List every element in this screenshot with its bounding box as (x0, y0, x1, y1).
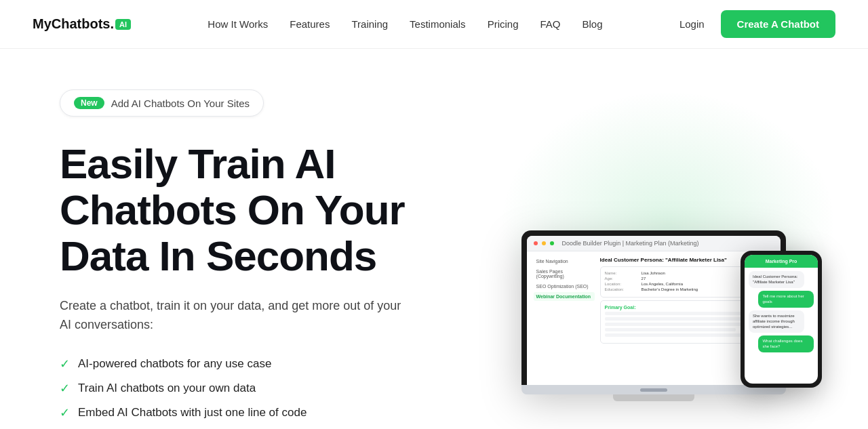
laptop-sidebar-item-1[interactable]: Site Navigation (534, 257, 595, 266)
feature-item-1: ✓ AI-powered chatbots for any use case (60, 356, 471, 371)
hero-subtitle: Create a chatbot, train it on your data,… (60, 296, 412, 335)
logo-badge: AI (115, 19, 131, 30)
nav-testimonials[interactable]: Testimonials (410, 18, 466, 30)
laptop-sidebar-item-2[interactable]: Sales Pages (Copywriting) (534, 267, 595, 281)
feature-item-2: ✓ Train AI chatbots on your own data (60, 381, 471, 396)
nav-how-it-works[interactable]: How It Works (208, 18, 268, 30)
laptop-sidebar-item-4[interactable]: Webinar Documentation (534, 292, 595, 301)
hero-title: Easily Train AI Chatbots On Your Data In… (60, 141, 471, 280)
phone-mockup: Marketing Pro Ideal Customer Persona: "A… (741, 251, 822, 388)
logo[interactable]: MyChatbots. AI (33, 16, 131, 32)
feature-text-2: Train AI chatbots on your own data (78, 382, 256, 395)
badge-new-label: New (74, 97, 104, 109)
laptop-header-text: Doodle Builder Plugin | Marketing Plan (… (562, 240, 699, 247)
chat-message-1: Ideal Customer Persona: "Affiliate Marke… (749, 271, 804, 288)
create-chatbot-button[interactable]: Create A Chatbot (721, 10, 835, 38)
text-line-2 (605, 317, 753, 321)
nav-faq[interactable]: FAQ (540, 18, 560, 30)
nav-links: How It Works Features Training Testimoni… (208, 18, 602, 30)
hero-section: New Add AI Chatbots On Your Sites Easily… (27, 49, 841, 429)
check-icon-2: ✓ (60, 381, 70, 396)
nav-pricing[interactable]: Pricing (488, 18, 519, 30)
laptop-stand (613, 394, 694, 401)
hero-badge: New Add AI Chatbots On Your Sites (60, 89, 264, 117)
check-icon-1: ✓ (60, 356, 70, 371)
nav-actions: Login Create A Chatbot (679, 10, 835, 38)
login-button[interactable]: Login (679, 18, 705, 30)
laptop-screen-header: Doodle Builder Plugin | Marketing Plan (… (527, 236, 781, 251)
nav-features[interactable]: Features (290, 18, 330, 30)
phone-screen: Marketing Pro Ideal Customer Persona: "A… (745, 255, 818, 384)
navbar: MyChatbots. AI How It Works Features Tra… (0, 0, 868, 49)
feature-text-1: AI-powered chatbots for any use case (78, 357, 271, 371)
text-line-4 (605, 328, 736, 331)
hero-illustration: Doodle Builder Plugin | Marketing Plan (… (498, 89, 808, 401)
text-line-5 (605, 333, 745, 337)
phone-chat: Ideal Customer Persona: "Affiliate Marke… (745, 268, 818, 356)
feature-list: ✓ AI-powered chatbots for any use case ✓… (60, 356, 471, 429)
laptop-sidebar: Site Navigation Sales Pages (Copywriting… (534, 257, 595, 346)
chat-message-2: Tell me more about her goals (758, 291, 814, 308)
logo-text: MyChatbots. (33, 16, 114, 32)
chat-message-3: She wants to maximize affiliate income t… (749, 310, 804, 333)
feature-item-3: ✓ Embed AI Chatbots with just one line o… (60, 405, 471, 420)
text-line-3 (605, 323, 761, 326)
hero-left: New Add AI Chatbots On Your Sites Easily… (60, 89, 471, 429)
dot-green (550, 241, 554, 245)
phone-outer: Marketing Pro Ideal Customer Persona: "A… (741, 251, 822, 388)
check-icon-3: ✓ (60, 405, 70, 420)
feature-text-3: Embed AI Chatbots with just one line of … (78, 406, 307, 420)
chat-message-4: What challenges does she face? (758, 335, 814, 352)
nav-blog[interactable]: Blog (583, 18, 603, 30)
laptop-sidebar-item-3[interactable]: SEO Optimization (SEO) (534, 282, 595, 291)
phone-header: Marketing Pro (745, 255, 818, 268)
nav-training[interactable]: Training (351, 18, 388, 30)
badge-text: Add AI Chatbots On Your Sites (111, 98, 250, 109)
dot-yellow (542, 241, 546, 245)
laptop-notch (640, 388, 667, 392)
dot-red (534, 241, 538, 245)
